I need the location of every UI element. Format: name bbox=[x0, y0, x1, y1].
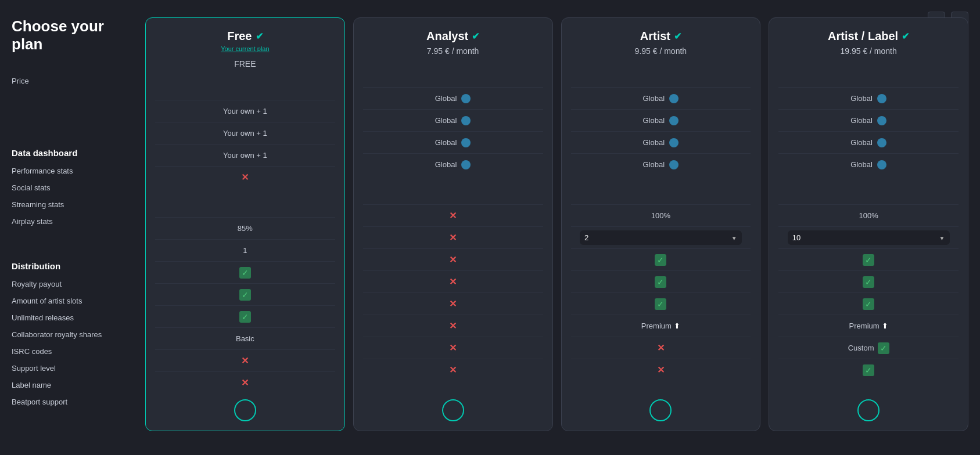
artist-social-globe bbox=[669, 116, 679, 125]
artist-beatport: ✕ bbox=[571, 359, 751, 381]
artist-support-arrow: ⬆ bbox=[674, 322, 680, 330]
analyst-airplay-globe bbox=[461, 160, 471, 169]
sidebar-item-social: Social stats bbox=[12, 179, 134, 196]
plan-free-name: Free ✔ bbox=[227, 30, 263, 43]
plan-artist-label-name: Artist / Label ✔ bbox=[828, 30, 909, 43]
free-beatport-x: ✕ bbox=[241, 377, 249, 388]
analyst-support-x: ✕ bbox=[449, 320, 457, 331]
plan-artist-label: Artist / Label ✔ 19.95 € / month Global … bbox=[769, 17, 968, 431]
free-label-x: ✕ bbox=[241, 355, 249, 366]
sidebar-item-collaborator: Collaborator royalty shares bbox=[12, 326, 134, 343]
artist-social: Global bbox=[571, 109, 751, 131]
sidebar-item-airplay: Airplay stats bbox=[12, 213, 134, 230]
plan-free: Free ✔ Your current plan FREE Your own +… bbox=[145, 17, 345, 431]
analyst-spacer-data bbox=[363, 58, 543, 87]
al-select-button[interactable] bbox=[857, 399, 880, 421]
al-support: Premium ⬆ bbox=[778, 315, 959, 337]
free-select-button[interactable] bbox=[234, 399, 256, 421]
free-royalty: 85% bbox=[155, 217, 335, 239]
sidebar-item-streaming: Streaming stats bbox=[12, 196, 134, 213]
analyst-stream-globe bbox=[461, 138, 471, 147]
plan-analyst-name: Analyst ✔ bbox=[426, 30, 479, 43]
artist-isrc: ✓ bbox=[571, 292, 751, 315]
analyst-slots-x: ✕ bbox=[449, 232, 457, 243]
al-slots-select[interactable]: 10 15 20 bbox=[788, 230, 950, 245]
free-beatport: ✕ bbox=[155, 371, 335, 393]
artist-collab-check: ✓ bbox=[655, 276, 666, 288]
artist-unlimited-check: ✓ bbox=[655, 254, 666, 266]
analyst-royalty-x: ✕ bbox=[449, 210, 457, 221]
al-social-globe bbox=[877, 116, 886, 125]
artist-slots: 2 3 4 5 bbox=[571, 226, 751, 248]
free-collaborator-check: ✓ bbox=[239, 289, 251, 301]
artist-spacer-dist bbox=[571, 175, 751, 204]
artist-perf-globe bbox=[669, 94, 679, 103]
artist-select-button[interactable] bbox=[649, 399, 672, 421]
analyst-performance: Global bbox=[363, 87, 543, 109]
al-streaming: Global bbox=[778, 131, 959, 153]
analyst-collab-x: ✕ bbox=[449, 276, 457, 287]
analyst-select-button[interactable] bbox=[442, 399, 464, 421]
free-social: Your own + 1 bbox=[155, 122, 335, 144]
analyst-slots: ✕ bbox=[363, 226, 543, 248]
free-price: FREE bbox=[234, 59, 256, 68]
al-royalty: 100% bbox=[778, 204, 959, 226]
analyst-label-x: ✕ bbox=[449, 342, 457, 353]
analyst-streaming: Global bbox=[363, 131, 543, 153]
sidebar-category-distribution: Distribution bbox=[12, 261, 134, 271]
al-spacer-data bbox=[778, 58, 959, 87]
analyst-collaborator: ✕ bbox=[363, 270, 543, 292]
current-plan-label: Your current plan bbox=[221, 45, 269, 52]
free-collaborator: ✓ bbox=[155, 283, 335, 305]
sidebar: Choose your plan Price Data dashboard Pe… bbox=[12, 17, 145, 410]
artist-label-x: ✕ bbox=[657, 342, 665, 353]
free-slots: 1 bbox=[155, 239, 335, 261]
al-isrc: ✓ bbox=[778, 292, 959, 315]
artist-airplay-globe bbox=[669, 160, 679, 169]
analyst-spacer-dist bbox=[363, 175, 543, 204]
free-spacer-data bbox=[155, 71, 335, 100]
al-label-check: ✓ bbox=[878, 342, 889, 354]
analyst-check-icon: ✔ bbox=[472, 31, 479, 42]
plan-analyst: Analyst ✔ 7.95 € / month Global Global G… bbox=[353, 17, 553, 431]
artist-label-rows: Global Global Global Global 100% 10 bbox=[778, 58, 959, 393]
al-collab-check: ✓ bbox=[863, 276, 874, 288]
analyst-beatport: ✕ bbox=[363, 359, 543, 381]
free-unlimited-check: ✓ bbox=[239, 267, 251, 279]
al-spacer-dist bbox=[778, 175, 959, 204]
analyst-social: Global bbox=[363, 109, 543, 131]
al-unlimited-check: ✓ bbox=[863, 254, 874, 266]
artist-airplay: Global bbox=[571, 153, 751, 175]
plan-artist-name: Artist ✔ bbox=[640, 30, 681, 43]
al-perf-globe bbox=[877, 94, 886, 103]
analyst-rows: Global Global Global Global ✕ ✕ bbox=[363, 58, 543, 393]
artist-label: ✕ bbox=[571, 337, 751, 359]
al-airplay: Global bbox=[778, 153, 959, 175]
analyst-isrc: ✕ bbox=[363, 292, 543, 315]
artist-label-check-icon: ✔ bbox=[902, 31, 909, 42]
artist-performance: Global bbox=[571, 87, 751, 109]
sidebar-category-data: Data dashboard bbox=[12, 148, 134, 158]
artist-price: 9.95 € / month bbox=[635, 46, 687, 56]
analyst-isrc-x: ✕ bbox=[449, 298, 457, 309]
artist-rows: Global Global Global Global 100% 2 bbox=[571, 58, 751, 393]
artist-label-price: 19.95 € / month bbox=[840, 46, 896, 56]
free-label: ✕ bbox=[155, 349, 335, 371]
free-isrc: ✓ bbox=[155, 305, 335, 327]
al-performance: Global bbox=[778, 87, 959, 109]
al-slots-select-wrapper: 10 15 20 bbox=[788, 230, 950, 245]
analyst-perf-globe bbox=[461, 94, 471, 103]
page-container: ‹ › Choose your plan Price Data dashboar… bbox=[0, 0, 980, 455]
free-spacer-dist bbox=[155, 188, 335, 217]
plans-area: Free ✔ Your current plan FREE Your own +… bbox=[145, 17, 968, 431]
sidebar-item-performance: Performance stats bbox=[12, 162, 134, 179]
al-slots: 10 15 20 bbox=[778, 226, 959, 248]
artist-slots-select[interactable]: 2 3 4 5 bbox=[580, 230, 742, 245]
artist-check-icon: ✔ bbox=[674, 31, 681, 42]
analyst-unlimited-x: ✕ bbox=[449, 254, 457, 265]
al-beatport-check: ✓ bbox=[863, 364, 874, 376]
sidebar-item-support: Support level bbox=[12, 360, 134, 377]
free-streaming: Your own + 1 bbox=[155, 144, 335, 166]
free-airplay-x: ✕ bbox=[241, 172, 249, 183]
sidebar-item-artist-slots: Amount of artist slots bbox=[12, 292, 134, 309]
